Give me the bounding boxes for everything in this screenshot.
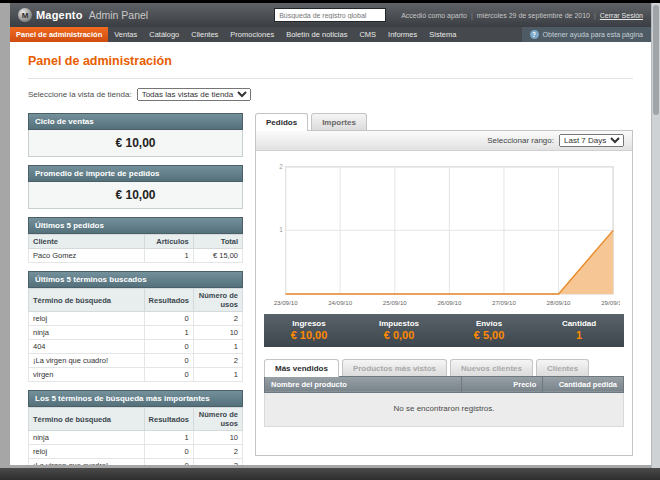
table-row[interactable]: virgen01 xyxy=(29,368,243,382)
nav-item[interactable]: Promociones xyxy=(224,27,280,42)
table-header-row: Término de búsquedaResultadosNúmero de u… xyxy=(29,408,243,431)
cell: 10 xyxy=(193,431,242,445)
orders-chart: 1223/09/1024/09/1025/09/1026/09/1027/09/… xyxy=(268,159,620,308)
box-title: Últimos 5 pedidos xyxy=(28,217,243,234)
page-help-link[interactable]: ? Obtener ayuda para esta página xyxy=(522,27,651,42)
table-body: Paco Gomez1€ 15,00 xyxy=(29,249,243,263)
last-orders-box: Últimos 5 pedidos ClienteArtículosTotalP… xyxy=(28,217,243,263)
grid-tab[interactable]: Más vendidos xyxy=(264,359,339,377)
empty-message: No se encontraron registros. xyxy=(265,392,624,426)
magento-logo: M Magento Admin Panel xyxy=(18,8,148,22)
table-row[interactable]: ninja110 xyxy=(29,431,243,445)
table-row[interactable]: ¡La virgen que cuadro!02 xyxy=(29,354,243,368)
average-orders-box: Promedio de importe de pedidos € 10,00 xyxy=(28,165,243,209)
chart-tab[interactable]: Importes xyxy=(311,113,367,130)
top-search-terms-box: Los 5 términos de búsqueda más important… xyxy=(28,390,243,465)
column-header: Resultados xyxy=(144,408,193,431)
admin-header: M Magento Admin Panel Accedió como apart… xyxy=(10,3,651,27)
cell: 1 xyxy=(193,368,242,382)
box-title: Últimos 5 términos buscados xyxy=(28,271,243,288)
chart-area: 1223/09/1024/09/1025/09/1026/09/1027/09/… xyxy=(256,151,632,308)
stat-value: 1 xyxy=(534,329,624,341)
stat-value: € 5,00 xyxy=(444,329,534,341)
empty-row: No se encontraron registros. xyxy=(265,392,624,426)
cell: 2 xyxy=(193,459,242,466)
current-date: miércoles 29 de septiembre de 2010 xyxy=(477,12,590,19)
table-head: ClienteArtículosTotal xyxy=(29,235,243,249)
cell: 1 xyxy=(144,249,193,263)
average-orders-value: € 10,00 xyxy=(28,182,243,209)
grid-tab: Clientes xyxy=(536,359,589,376)
range-select[interactable]: Last 7 Days xyxy=(559,134,624,147)
cell: 1 xyxy=(144,431,193,445)
cell: Paco Gomez xyxy=(29,249,145,263)
column-header: Resultados xyxy=(144,289,193,312)
cell: ninja xyxy=(29,326,145,340)
logout-link[interactable]: Cerrar Sesión xyxy=(600,12,643,19)
nav-item[interactable]: Sistema xyxy=(423,27,462,42)
logo-subtext: Admin Panel xyxy=(89,9,149,21)
column-header: Número de usos xyxy=(193,408,242,431)
logged-in-as: Accedió como aparto xyxy=(401,12,467,19)
header-user-info: Accedió como aparto | miércoles 29 de se… xyxy=(401,12,643,19)
range-bar: Seleccionar rango: Last 7 Days xyxy=(256,131,632,151)
logo-text: Magento xyxy=(36,9,83,21)
cell: 2 xyxy=(193,312,242,326)
separator: | xyxy=(594,12,596,19)
svg-text:27/09/10: 27/09/10 xyxy=(492,299,516,306)
main-nav: Panel de administraciónVentasCatálogoCli… xyxy=(10,27,651,42)
bottom-tabs: Más vendidosProductos más vistosNuevos c… xyxy=(264,359,624,376)
column-header: Término de búsqueda xyxy=(29,408,145,431)
nav-item[interactable]: Panel de administración xyxy=(10,27,108,42)
magento-logo-icon: M xyxy=(18,8,32,22)
table-row[interactable]: reloj02 xyxy=(29,312,243,326)
table-head: Término de búsquedaResultadosNúmero de u… xyxy=(29,289,243,312)
stat-value: € 0,00 xyxy=(354,329,444,341)
table-head: Nombre del productoPrecioCantidad pedida xyxy=(265,376,624,392)
column-header: Cantidad pedida xyxy=(543,376,624,392)
table-row[interactable]: ninja110 xyxy=(29,326,243,340)
nav-item[interactable]: Catálogo xyxy=(143,27,185,42)
dashboard-sidebar: Ciclo de ventas € 10,00 Promedio de impo… xyxy=(28,113,243,465)
table-row[interactable]: ¡La virgen que cuadro!02 xyxy=(29,459,243,466)
chart-tab[interactable]: Pedidos xyxy=(255,113,308,131)
nav-item[interactable]: Clientes xyxy=(185,27,224,42)
browser-scrollbar xyxy=(651,3,660,468)
cell: ¡La virgen que cuadro! xyxy=(29,354,145,368)
cell: virgen xyxy=(29,368,145,382)
cell: 10 xyxy=(193,326,242,340)
last-orders-table: ClienteArtículosTotalPaco Gomez1€ 15,00 xyxy=(28,234,243,263)
svg-text:24/09/10: 24/09/10 xyxy=(328,299,352,306)
table-row[interactable]: reloj02 xyxy=(29,445,243,459)
table-head: Término de búsquedaResultadosNúmero de u… xyxy=(29,408,243,431)
table-row[interactable]: 40401 xyxy=(29,340,243,354)
cell: ninja xyxy=(29,431,145,445)
nav-item[interactable]: Boletín de noticias xyxy=(280,27,353,42)
cell: ¡La virgen que cuadro! xyxy=(29,459,145,466)
box-title: Promedio de importe de pedidos xyxy=(28,165,243,182)
store-view-switcher: Seleccione la vista de tienda: Todas las… xyxy=(28,78,633,101)
stat: Impuestos€ 0,00 xyxy=(354,319,444,341)
chart-tabs: PedidosImportes xyxy=(255,113,633,130)
stat-label: Impuestos xyxy=(354,319,444,328)
scrollbar-thumb[interactable] xyxy=(653,5,659,115)
stat: Ingresos€ 10,00 xyxy=(264,319,354,341)
cell: 1 xyxy=(193,340,242,354)
nav-item[interactable]: Informes xyxy=(382,27,423,42)
cell: 0 xyxy=(144,445,193,459)
cell: 0 xyxy=(144,312,193,326)
products-grid: Nombre del productoPrecioCantidad pedida… xyxy=(264,376,624,427)
global-search-input[interactable] xyxy=(274,8,386,22)
svg-text:26/09/10: 26/09/10 xyxy=(437,299,461,306)
cell: 0 xyxy=(144,368,193,382)
nav-item[interactable]: CMS xyxy=(353,27,382,42)
column-header: Cliente xyxy=(29,235,145,249)
table-header-row: Término de búsquedaResultadosNúmero de u… xyxy=(29,289,243,312)
store-view-select[interactable]: Todas las vistas de tienda xyxy=(137,88,251,101)
nav-item[interactable]: Ventas xyxy=(108,27,143,42)
grid-tab: Productos más vistos xyxy=(342,359,447,376)
table-row[interactable]: Paco Gomez1€ 15,00 xyxy=(29,249,243,263)
column-header: Precio xyxy=(462,376,543,392)
window-chrome-bottom xyxy=(0,468,660,480)
lifetime-sales-value: € 10,00 xyxy=(28,130,243,157)
